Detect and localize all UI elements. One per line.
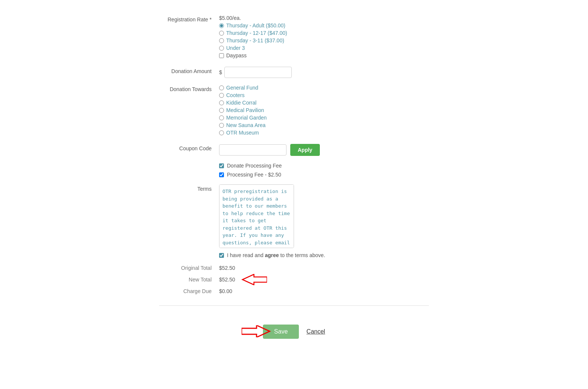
new-total-arrow-icon bbox=[241, 274, 267, 285]
agree-checkbox[interactable] bbox=[219, 253, 224, 258]
apply-button[interactable]: Apply bbox=[290, 144, 320, 156]
radio-thursday-adult[interactable]: Thursday - Adult ($50.00) bbox=[219, 22, 429, 28]
terms-textarea[interactable]: OTR preregistration is being provided as… bbox=[219, 184, 294, 248]
terms-content: OTR preregistration is being provided as… bbox=[219, 184, 429, 258]
radio-memorial-garden[interactable]: Memorial Garden bbox=[219, 115, 429, 121]
processing-fee-checkbox[interactable] bbox=[219, 172, 224, 177]
charge-due-row: Charge Due $0.00 bbox=[159, 288, 429, 294]
terms-row: Terms OTR preregistration is being provi… bbox=[159, 184, 429, 258]
donate-processing-fee-checkbox-label[interactable]: Donate Processing Fee bbox=[219, 163, 429, 169]
original-total-label: Original Total bbox=[159, 265, 219, 271]
page-wrapper: Registration Rate * $5.00/ea. Thursday -… bbox=[0, 0, 588, 361]
donate-processing-fee-checkbox[interactable] bbox=[219, 163, 224, 168]
processing-fee-text: Processing Fee - $2.50 bbox=[227, 172, 281, 178]
donate-processing-fee-text: Donate Processing Fee bbox=[227, 163, 282, 169]
checkbox-daypass[interactable]: Daypass bbox=[219, 52, 429, 58]
radio-under-3[interactable]: Under 3 bbox=[219, 45, 429, 51]
coupon-code-row: Coupon Code Apply bbox=[159, 144, 429, 156]
save-arrow-icon bbox=[242, 325, 272, 338]
radio-thursday-3-11[interactable]: Thursday - 3-11 ($37.00) bbox=[219, 37, 429, 43]
totals-section: Original Total $52.50 New Total $52.50 C… bbox=[159, 265, 429, 294]
radio-medical-pavilion[interactable]: Medical Pavilion bbox=[219, 107, 429, 113]
donate-processing-fee-label-spacer bbox=[159, 163, 219, 164]
donate-processing-fee-row: Donate Processing Fee Processing Fee - $… bbox=[159, 163, 429, 178]
form-container: Registration Rate * $5.00/ea. Thursday -… bbox=[144, 7, 444, 354]
donation-towards-label: Donation Towards bbox=[159, 85, 219, 92]
agree-text: I have read and agree to the terms above… bbox=[227, 252, 325, 258]
registration-rate-content: $5.00/ea. Thursday - Adult ($50.00) Thur… bbox=[219, 15, 429, 60]
agree-checkbox-label[interactable]: I have read and agree to the terms above… bbox=[219, 252, 429, 258]
terms-label: Terms bbox=[159, 184, 219, 192]
coupon-code-label: Coupon Code bbox=[159, 144, 219, 151]
dollar-sign: $ bbox=[219, 69, 222, 75]
new-total-row: New Total $52.50 bbox=[159, 274, 429, 285]
donation-amount-content: $ bbox=[219, 67, 429, 78]
donation-amount-input[interactable] bbox=[224, 67, 292, 78]
radio-new-sauna-area[interactable]: New Sauna Area bbox=[219, 122, 429, 128]
radio-thursday-12-17[interactable]: Thursday - 12-17 ($47.00) bbox=[219, 30, 429, 36]
coupon-input-row: Apply bbox=[219, 144, 429, 156]
footer-actions: Save Cancel bbox=[159, 317, 429, 346]
registration-rate-row: Registration Rate * $5.00/ea. Thursday -… bbox=[159, 15, 429, 60]
registration-rate-label: Registration Rate * bbox=[159, 15, 219, 22]
processing-fee-checkbox-label[interactable]: Processing Fee - $2.50 bbox=[219, 172, 429, 178]
donation-input-row: $ bbox=[219, 67, 429, 78]
coupon-input[interactable] bbox=[219, 144, 287, 156]
cancel-link[interactable]: Cancel bbox=[306, 328, 325, 335]
original-total-value: $52.50 bbox=[219, 265, 235, 271]
new-total-value: $52.50 bbox=[219, 274, 267, 285]
radio-general-fund[interactable]: General Fund bbox=[219, 85, 429, 91]
radio-otr-museum[interactable]: OTR Museum bbox=[219, 130, 429, 136]
donation-amount-label: Donation Amount bbox=[159, 67, 219, 74]
svg-marker-1 bbox=[242, 325, 270, 337]
radio-cooters[interactable]: Cooters bbox=[219, 92, 429, 98]
charge-due-value: $0.00 bbox=[219, 288, 232, 294]
donate-processing-fee-content: Donate Processing Fee Processing Fee - $… bbox=[219, 163, 429, 178]
price-note: $5.00/ea. bbox=[219, 15, 429, 21]
charge-due-label: Charge Due bbox=[159, 288, 219, 294]
radio-kiddie-corral[interactable]: Kiddie Corral bbox=[219, 100, 429, 106]
new-total-label: New Total bbox=[159, 277, 219, 283]
svg-marker-0 bbox=[242, 274, 267, 285]
footer-divider bbox=[159, 305, 429, 306]
donation-amount-row: Donation Amount $ bbox=[159, 67, 429, 78]
original-total-row: Original Total $52.50 bbox=[159, 265, 429, 271]
coupon-code-content: Apply bbox=[219, 144, 429, 156]
donation-towards-row: Donation Towards General Fund Cooters Ki… bbox=[159, 85, 429, 137]
donation-towards-content: General Fund Cooters Kiddie Corral Medic… bbox=[219, 85, 429, 137]
